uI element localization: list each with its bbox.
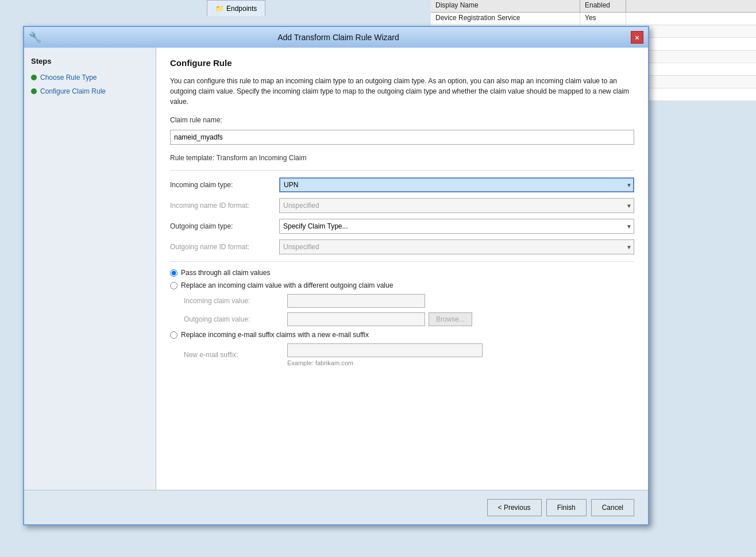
incoming-claim-type-wrapper: UPN ▼ <box>279 177 634 192</box>
outgoing-claim-value-label: Outgoing claim value: <box>184 315 287 323</box>
incoming-claim-type-select[interactable]: UPN <box>279 177 634 192</box>
description-text: You can configure this rule to map an in… <box>170 76 634 107</box>
outgoing-claim-type-wrapper: Specify Claim Type... ▼ <box>279 219 634 234</box>
endpoints-tab[interactable]: 📁 Endpoints <box>207 0 265 16</box>
sidebar: Steps Choose Rule Type Configure Claim R… <box>24 48 156 490</box>
radio-pass-through[interactable] <box>170 269 178 277</box>
dialog: 🔧 Add Transform Claim Rule Wizard × Step… <box>23 26 649 525</box>
sidebar-item-configure-claim-rule[interactable]: Configure Claim Rule <box>31 87 149 95</box>
outgoing-name-id-format-select[interactable]: Unspecified <box>279 239 634 254</box>
tab-endpoints-label: Endpoints <box>226 5 257 13</box>
radio-pass-through-label: Pass through all claim values <box>181 269 270 277</box>
sidebar-item-choose-rule-type[interactable]: Choose Rule Type <box>31 74 149 82</box>
incoming-claim-value-row: Incoming claim value: <box>184 294 634 308</box>
rule-template-text: Rule template: Transform an Incoming Cla… <box>170 154 634 162</box>
incoming-claim-type-label: Incoming claim type: <box>170 181 279 189</box>
incoming-name-id-format-row: Incoming name ID format: Unspecified ▼ <box>170 198 634 213</box>
folder-icon: 📁 <box>215 5 224 13</box>
dialog-body: Steps Choose Rule Type Configure Claim R… <box>24 48 648 490</box>
bg-col2-header: Enabled <box>580 0 626 12</box>
new-email-suffix-row: New e-mail suffix: Example: fabrikam.com <box>184 343 634 366</box>
dialog-overlay: 🔧 Add Transform Claim Rule Wizard × Step… <box>17 20 649 531</box>
outgoing-claim-type-row: Outgoing claim type: Specify Claim Type.… <box>170 219 634 234</box>
radio-email-suffix-label: Replace incoming e-mail suffix claims wi… <box>181 331 369 339</box>
incoming-name-id-format-wrapper: Unspecified ▼ <box>279 198 634 213</box>
page-title: Configure Rule <box>170 58 634 68</box>
divider-2 <box>170 261 634 262</box>
radio-replace-row: Replace an incoming claim value with a d… <box>170 281 634 289</box>
cancel-button[interactable]: Cancel <box>591 499 634 516</box>
claim-rule-name-input[interactable] <box>170 130 634 145</box>
incoming-claim-value-input[interactable] <box>287 294 425 308</box>
outgoing-claim-type-select[interactable]: Specify Claim Type... <box>279 219 634 234</box>
outgoing-name-id-format-label: Outgoing name ID format: <box>170 243 279 251</box>
bg-col1-header: Display Name <box>431 0 580 12</box>
previous-button[interactable]: < Previous <box>487 499 542 516</box>
replace-sub-form: Incoming claim value: Outgoing claim val… <box>184 294 634 326</box>
outgoing-claim-type-label: Outgoing claim type: <box>170 222 279 230</box>
dialog-titlebar: 🔧 Add Transform Claim Rule Wizard × <box>24 27 648 48</box>
outgoing-claim-value-row: Outgoing claim value: Browse... <box>184 312 634 326</box>
tab-endpoints[interactable]: 📁 Endpoints <box>207 0 265 16</box>
outgoing-claim-value-input[interactable] <box>287 312 425 326</box>
incoming-name-id-format-select[interactable]: Unspecified <box>279 198 634 213</box>
sidebar-item-label-1: Choose Rule Type <box>40 74 97 82</box>
incoming-name-id-format-label: Incoming name ID format: <box>170 202 279 210</box>
steps-label: Steps <box>31 57 149 65</box>
new-email-suffix-label: New e-mail suffix: <box>184 351 287 359</box>
radio-email-suffix[interactable] <box>170 331 178 339</box>
finish-button[interactable]: Finish <box>546 499 587 516</box>
dialog-footer: < Previous Finish Cancel <box>24 490 648 524</box>
email-suffix-sub-form: New e-mail suffix: Example: fabrikam.com <box>184 343 634 366</box>
dialog-icon: 🔧 <box>29 31 41 44</box>
step-dot-2 <box>31 88 37 94</box>
outgoing-name-id-format-wrapper: Unspecified ▼ <box>279 239 634 254</box>
radio-email-row: Replace incoming e-mail suffix claims wi… <box>170 331 634 339</box>
radio-replace-claim[interactable] <box>170 282 178 289</box>
claim-rule-name-label: Claim rule name: <box>170 116 279 124</box>
sidebar-item-label-2: Configure Claim Rule <box>40 87 106 95</box>
incoming-claim-type-row: Incoming claim type: UPN ▼ <box>170 177 634 192</box>
browse-button[interactable]: Browse... <box>429 312 472 326</box>
radio-pass-row: Pass through all claim values <box>170 269 634 277</box>
claim-rule-name-row: Claim rule name: <box>170 116 634 124</box>
step-dot-1 <box>31 75 37 80</box>
incoming-claim-value-label: Incoming claim value: <box>184 297 287 305</box>
new-email-suffix-input[interactable] <box>287 343 483 357</box>
dialog-title: Add Transform Claim Rule Wizard <box>46 33 631 42</box>
close-button[interactable]: × <box>631 31 643 44</box>
divider-1 <box>170 170 634 171</box>
example-text: Example: fabrikam.com <box>287 359 483 366</box>
bg-table-header: Display Name Enabled <box>431 0 756 13</box>
radio-replace-claim-label: Replace an incoming claim value with a d… <box>181 281 393 289</box>
radio-group: Pass through all claim values Replace an… <box>170 269 634 366</box>
outgoing-name-id-format-row: Outgoing name ID format: Unspecified ▼ <box>170 239 634 254</box>
claim-rule-name-input-row <box>170 130 634 148</box>
main-content: Configure Rule You can configure this ru… <box>156 48 648 490</box>
